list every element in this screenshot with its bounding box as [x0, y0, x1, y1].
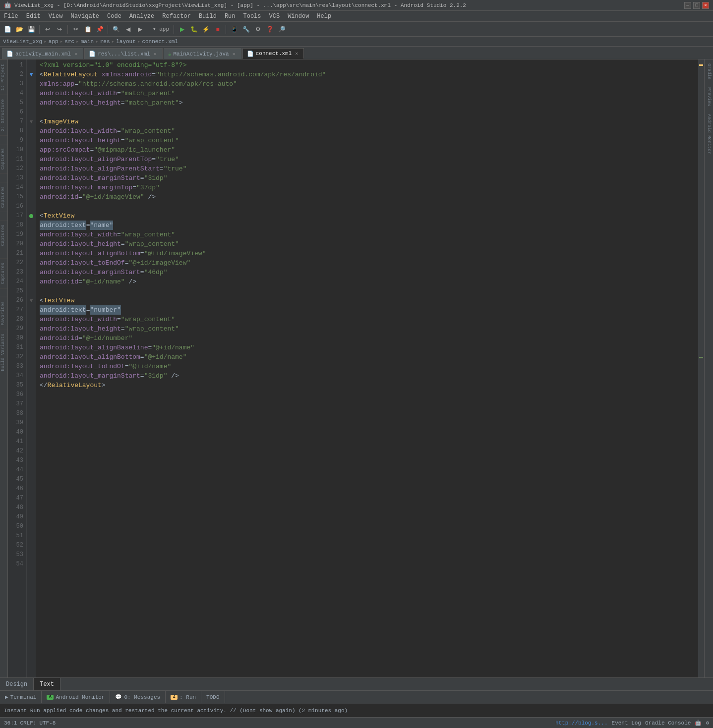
tw-gradle[interactable]: Gradle: [707, 59, 712, 83]
code-editor[interactable]: <?xml version="1.0" encoding="utf-8"?><R…: [36, 59, 698, 677]
toolbar-redo[interactable]: ↪: [54, 24, 65, 35]
scroll-marker-1: [699, 64, 703, 66]
toolbar-copy[interactable]: 📋: [82, 24, 93, 35]
tab-activity-main[interactable]: 📄 activity_main.xml ✕: [2, 48, 83, 59]
tw-3[interactable]: [0, 135, 7, 144]
breadcrumb: ViewList_xxg ▸ app ▸ src ▸ main ▸ res ▸ …: [0, 37, 713, 47]
toolbar-cut[interactable]: ✂: [70, 24, 81, 35]
scroll-marker-2: [699, 357, 703, 358]
toolbar-help[interactable]: ❓: [264, 24, 275, 35]
menu-file[interactable]: File: [0, 12, 22, 21]
tw-captures4[interactable]: Captures: [0, 258, 7, 288]
toolbar-search[interactable]: 🔍: [111, 24, 121, 35]
tab-close-activity-main[interactable]: ✕: [73, 51, 79, 57]
maximize-button[interactable]: □: [693, 2, 700, 9]
menu-code[interactable]: Code: [103, 12, 125, 21]
toolbar-new[interactable]: 📄: [2, 24, 13, 35]
tab-text[interactable]: Text: [34, 678, 60, 691]
tw-11[interactable]: [0, 288, 7, 297]
code-line-21: android:layout_alignBottom="@+id/imageVi…: [40, 249, 698, 258]
breadcrumb-viewlist[interactable]: ViewList_xxg: [3, 39, 42, 45]
status-blog-link[interactable]: http://blog.s...: [555, 720, 608, 726]
toolbar-sep4: [148, 25, 148, 34]
minimize-button[interactable]: ─: [684, 2, 691, 9]
code-line-22: android:layout_toEndOf="@+id/imageView": [40, 258, 698, 268]
tw-structure[interactable]: 2: Structure: [0, 95, 7, 135]
status-charset: UTF-8: [39, 720, 56, 726]
code-line-1: <?xml version="1.0" encoding="utf-8"?>: [40, 60, 698, 70]
bottom-tab-terminal[interactable]: ▶ Terminal: [0, 691, 42, 704]
gradle-console-button[interactable]: Gradle Console: [645, 720, 691, 726]
toolbar-avd[interactable]: 📱: [229, 24, 239, 35]
window-controls[interactable]: ─ □ ✕: [684, 2, 709, 9]
tw-preview[interactable]: Preview: [707, 83, 712, 110]
menu-run[interactable]: Run: [221, 12, 239, 21]
code-line-30: android:id="@+id/number": [40, 334, 698, 343]
toolbar-paste[interactable]: 📌: [94, 24, 105, 35]
tab-connect[interactable]: 📄 connect.xml ✕: [242, 48, 304, 59]
toolbar-find-action[interactable]: 🔎: [276, 24, 287, 35]
breadcrumb-src[interactable]: src: [64, 39, 74, 45]
tw-5[interactable]: [0, 173, 7, 182]
bottom-tab-todo[interactable]: TODO: [201, 691, 225, 704]
toolbar-sdk[interactable]: 🔧: [240, 24, 251, 35]
tab-mainactivity[interactable]: ☕ MainActivity.java ✕: [164, 48, 241, 59]
breadcrumb-res[interactable]: res: [100, 39, 110, 45]
menu-vcs[interactable]: VCS: [265, 12, 284, 21]
tab-design[interactable]: Design: [0, 678, 34, 691]
menu-analyze[interactable]: Analyze: [125, 12, 158, 21]
fold-icon-2[interactable]: ▼: [30, 119, 33, 125]
code-line-29: android:layout_height="wrap_content": [40, 324, 698, 334]
tw-captures2[interactable]: Captures: [0, 182, 7, 212]
tw-7[interactable]: [0, 212, 7, 220]
event-log-button[interactable]: Event Log: [612, 720, 641, 726]
tw-build-variants[interactable]: Build Variants: [0, 329, 7, 375]
menu-navigate[interactable]: Navigate: [66, 12, 103, 21]
breadcrumb-app[interactable]: app: [49, 39, 59, 45]
bottom-tab-run[interactable]: 4 : Run: [166, 691, 201, 704]
toolbar-stop[interactable]: ■: [212, 24, 223, 35]
toolbar-debug[interactable]: 🐛: [188, 24, 199, 35]
tw-project[interactable]: 1: Project: [0, 59, 7, 95]
menu-build[interactable]: Build: [195, 12, 221, 21]
toolbar-save[interactable]: 💾: [26, 24, 37, 35]
terminal-icon: ▶: [5, 694, 8, 700]
close-button[interactable]: ✕: [702, 2, 709, 9]
tw-favorites[interactable]: Favorites: [0, 297, 7, 330]
toolbar-run[interactable]: ▶: [177, 24, 187, 35]
bottom-tab-messages[interactable]: 💬 0: Messages: [110, 691, 166, 704]
tab-close-mainactivity[interactable]: ✕: [231, 51, 237, 57]
toolbar-undo[interactable]: ↩: [42, 24, 53, 35]
code-line-16: [40, 202, 698, 211]
tab-list[interactable]: 📄 res\...\list.xml ✕: [84, 48, 163, 59]
toolbar-back[interactable]: ◀: [122, 24, 133, 35]
toolbar-profile[interactable]: ⚡: [200, 24, 211, 35]
tab-close-list[interactable]: ✕: [152, 51, 158, 57]
tw-captures1[interactable]: Captures: [0, 144, 7, 173]
toolbar-open[interactable]: 📂: [14, 24, 25, 35]
tab-close-connect[interactable]: ✕: [294, 51, 299, 56]
menu-edit[interactable]: Edit: [22, 12, 45, 21]
fold-icon-1[interactable]: ▼: [29, 71, 33, 78]
toolbar-settings[interactable]: ⚙: [252, 24, 263, 35]
toolbar-forward[interactable]: ▶: [134, 24, 145, 35]
tw-9[interactable]: [0, 250, 7, 258]
app-selector[interactable]: ▾ app: [151, 26, 171, 32]
code-line-8: android:layout_width="wrap_content": [40, 126, 698, 136]
menu-help[interactable]: Help: [313, 12, 335, 21]
code-line-6: [40, 108, 698, 117]
tw-captures3[interactable]: Captures: [0, 220, 7, 250]
breadcrumb-layout[interactable]: layout: [116, 39, 136, 45]
settings-icon-status[interactable]: ⚙: [706, 720, 709, 726]
menu-window[interactable]: Window: [284, 12, 313, 21]
breadcrumb-main[interactable]: main: [81, 39, 94, 45]
menu-view[interactable]: View: [45, 12, 67, 21]
bottom-tab-android-monitor[interactable]: 6 Android Monitor: [42, 691, 110, 704]
menu-refactor[interactable]: Refactor: [158, 12, 195, 21]
breadcrumb-file[interactable]: connect.xml: [142, 39, 178, 45]
toolbar-sep6: [226, 25, 226, 34]
fold-icon-3[interactable]: ▼: [30, 298, 33, 304]
menu-tools[interactable]: Tools: [239, 12, 265, 21]
tw-android-monitor[interactable]: Android Monitor: [707, 110, 712, 158]
main-area: 1: Project 2: Structure Captures Capture…: [0, 59, 713, 677]
